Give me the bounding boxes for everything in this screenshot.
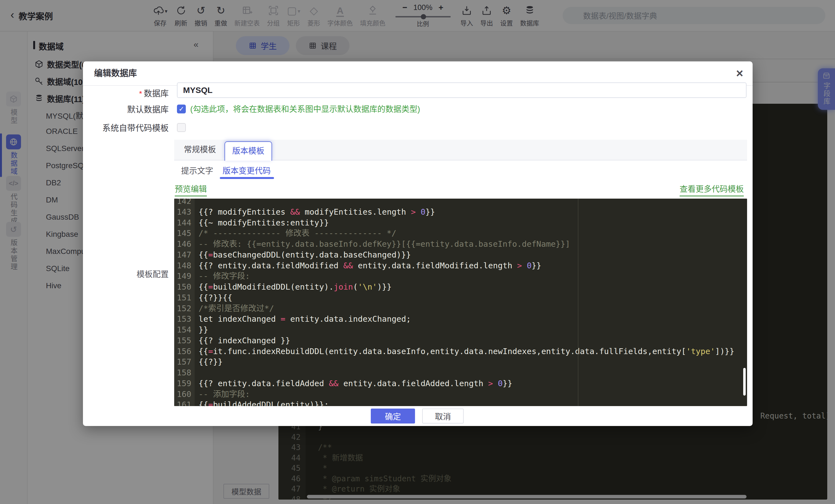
template-tab-bar: 常规模板版本模板: [174, 140, 747, 160]
default-db-checkbox[interactable]: ✓: [177, 104, 186, 114]
template-code-editor[interactable]: 142143{{? modifyEntities && modifyEntiti…: [174, 199, 747, 406]
editor-line: 159{{? entity.data.fieldAdded && entity.…: [174, 378, 747, 389]
editor-line: 157{{?}}: [174, 357, 747, 367]
editor-line-content: }}: [199, 324, 208, 335]
editor-line-content: {{=baseChangedDDL(entity.data.baseChange…: [199, 249, 411, 260]
editor-line-content: {{~ modifyEntities:entity}}: [199, 217, 329, 228]
ok-button[interactable]: 确定: [371, 408, 415, 424]
editor-ruler-line: [578, 199, 578, 406]
editor-line-content: {{=buildAddedDDL(entity)}};: [199, 400, 329, 406]
more-templates-link[interactable]: 查看更多代码模板: [679, 183, 744, 196]
required-mark: *: [139, 89, 142, 98]
editor-line: 142: [174, 199, 747, 207]
editor-line-content: {{=buildModifiedDDL(entity).join('\n')}}: [199, 282, 391, 293]
editor-line-number: 150: [177, 282, 191, 293]
preview-edit-link[interactable]: 预览编辑: [175, 183, 207, 196]
editor-line: 161{{=buildAddedDDL(entity)}};: [174, 400, 747, 406]
editor-line-content: -- 修改字段:: [199, 271, 250, 282]
system-template-checkbox[interactable]: [177, 123, 186, 132]
default-db-label: 默认数据库: [83, 105, 169, 114]
editor-line-number: 142: [177, 199, 191, 207]
editor-line: 145/* -------------- 修改表 -------------- …: [174, 228, 747, 239]
editor-line-content: /*索引是否修改过*/: [199, 303, 274, 314]
subtab-version-change-code[interactable]: 版本变更代码: [223, 165, 271, 177]
editor-line-number: 158: [177, 367, 191, 378]
editor-line-content: {{? entity.data.fieldModified && entity.…: [199, 260, 542, 271]
editor-line: 148{{? entity.data.fieldModified && enti…: [174, 260, 747, 271]
editor-line: 156{{=it.func.indexRebuildDDL(entity.dat…: [174, 346, 747, 357]
editor-line-content: let indexChanged = entity.data.indexChan…: [199, 314, 411, 324]
cancel-button[interactable]: 取消: [422, 408, 464, 424]
editor-line-number: 153: [177, 314, 191, 324]
editor-line-content: {{? indexChanged }}: [199, 335, 290, 346]
editor-line: 153let indexChanged = entity.data.indexC…: [174, 314, 747, 324]
editor-line-number: 157: [177, 357, 191, 367]
editor-line: 155{{? indexChanged }}: [174, 335, 747, 346]
editor-line-number: 143: [177, 207, 191, 217]
editor-line-number: 145: [177, 228, 191, 239]
editor-line: 160-- 添加字段:: [174, 389, 747, 400]
edit-database-modal: 编辑数据库 × *数据库 MYSQL 默认数据库 ✓ (勾选此项，将会在数据表和…: [83, 61, 753, 426]
editor-line-content: {{?}}{{: [199, 293, 232, 303]
editor-line-number: 154: [177, 324, 191, 335]
editor-line-number: 161: [177, 400, 191, 406]
database-field-label: *数据库: [83, 86, 169, 102]
editor-line-number: 152: [177, 303, 191, 314]
editor-line-number: 151: [177, 293, 191, 303]
template-tab-version[interactable]: 版本模板: [225, 141, 272, 161]
editor-line: 158: [174, 367, 747, 378]
editor-line: 149-- 修改字段:: [174, 271, 747, 282]
modal-header: 编辑数据库 ×: [83, 61, 753, 86]
editor-line-number: 144: [177, 217, 191, 228]
editor-line-number: 155: [177, 335, 191, 346]
editor-line-content: -- 修改表: {{=entity.data.baseInfo.defKey}}…: [199, 239, 570, 249]
editor-line: 152/*索引是否修改过*/: [174, 303, 747, 314]
editor-line-content: /* -------------- 修改表 -------------- */: [199, 228, 396, 239]
editor-line-number: 159: [177, 378, 191, 389]
subtab-hint-text[interactable]: 提示文字: [181, 165, 213, 177]
editor-line-content: {{? entity.data.fieldAdded && entity.dat…: [199, 378, 512, 389]
editor-line-content: -- 添加字段:: [199, 389, 250, 400]
editor-line-number: 146: [177, 239, 191, 249]
editor-line: 147{{=baseChangedDDL(entity.data.baseCha…: [174, 249, 747, 260]
editor-line-number: 149: [177, 271, 191, 282]
editor-line-content: {{=it.func.indexRebuildDDL(entity.data.b…: [199, 346, 734, 357]
editor-line: 146-- 修改表: {{=entity.data.baseInfo.defKe…: [174, 239, 747, 249]
editor-line-number: 148: [177, 260, 191, 271]
modal-title: 编辑数据库: [94, 61, 137, 85]
database-name-input[interactable]: MYSQL: [177, 82, 747, 98]
default-db-note: (勾选此项，将会在数据表和关系图中显示默认数据库的数据类型): [190, 104, 420, 114]
editor-line-number: 147: [177, 249, 191, 260]
template-tab-regular[interactable]: 常规模板: [181, 140, 219, 160]
editor-line: 151{{?}}{{: [174, 293, 747, 303]
editor-line: 143{{? modifyEntities && modifyEntities.…: [174, 207, 747, 217]
editor-line-content: {{? modifyEntities && modifyEntities.len…: [199, 207, 435, 217]
template-config-label: 模板配置: [83, 268, 169, 279]
editor-line: 154}}: [174, 324, 747, 335]
editor-scrollbar-thumb[interactable]: [743, 368, 746, 396]
editor-line-content: {{?}}: [199, 357, 223, 367]
editor-line: 150{{=buildModifiedDDL(entity).join('\n'…: [174, 282, 747, 293]
editor-line-number: 160: [177, 389, 191, 400]
system-template-label: 系统自带代码模板: [83, 124, 169, 133]
subtab-active-underline: [220, 177, 274, 179]
editor-line: 144{{~ modifyEntities:entity}}: [174, 217, 747, 228]
editor-line-number: 156: [177, 346, 191, 357]
close-icon[interactable]: ×: [736, 66, 743, 80]
